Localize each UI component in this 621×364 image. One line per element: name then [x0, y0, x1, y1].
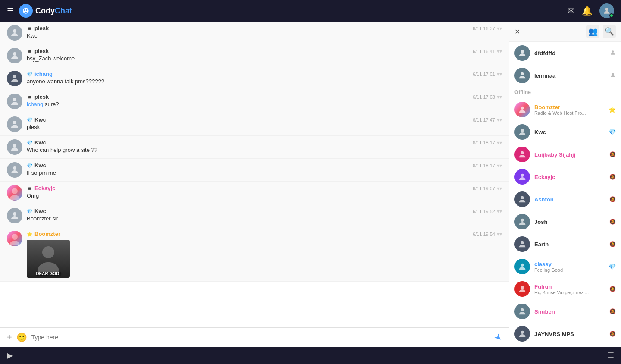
sender-name: ◾plesk: [27, 94, 49, 100]
hamburger-icon[interactable]: ☰: [7, 6, 14, 16]
mail-icon[interactable]: ✉: [568, 6, 575, 16]
users-icon[interactable]: 👥: [586, 25, 599, 38]
sidebar-header: ✕ 👥 🔍: [509, 22, 621, 42]
nav-right: ✉ 🔔: [568, 3, 614, 18]
message-link[interactable]: ichang: [27, 101, 43, 107]
offline-user-item[interactable]: Kwc 💎: [509, 121, 621, 143]
user-avatar-nav[interactable]: [599, 3, 614, 18]
svg-point-27: [521, 286, 524, 289]
svg-point-29: [521, 331, 524, 334]
offline-user-item[interactable]: Snuben 🔕: [509, 300, 621, 323]
message-options-icon[interactable]: ▾▾: [497, 208, 502, 214]
message-options-icon[interactable]: ▾▾: [497, 185, 502, 191]
message-content: ◾Eckayjc 6/11 19:07 ▾▾ Omg: [27, 185, 502, 199]
message-header: 💎Kwc 6/11 19:52 ▾▾: [27, 208, 502, 214]
sender-name: 💎Kwc: [27, 139, 46, 146]
message-text: Omg: [27, 192, 502, 199]
message-row: 💎ichang 6/11 17:01 ▾▾ anyone wanna talk …: [0, 67, 509, 90]
offline-user-item[interactable]: Boomzter Radio & Web Host Pro... ⭐: [509, 98, 621, 121]
user-avatar: [514, 45, 530, 61]
offline-user-item[interactable]: Ashton 🔕: [509, 188, 621, 210]
message-avatar: [7, 208, 22, 223]
messages-list: ◾plesk 6/11 16:37 ▾▾ Kwc ◾plesk 6/11 16:…: [0, 22, 509, 327]
message-row: ◾plesk 6/11 16:41 ▾▾ bsy_Zach welcome: [0, 44, 509, 67]
user-status: Radio & Web Host Pro...: [534, 110, 604, 116]
user-action-icon[interactable]: 🔕: [609, 219, 616, 225]
message-options-icon[interactable]: ▾▾: [497, 71, 502, 77]
user-action-icon[interactable]: 🔕: [609, 196, 616, 202]
play-icon[interactable]: ▶: [7, 351, 13, 360]
message-options-icon[interactable]: ▾▾: [497, 140, 502, 146]
time-label: 6/11 18:17: [473, 140, 495, 145]
user-action-icon[interactable]: 🔕: [609, 241, 616, 247]
time-label: 6/11 16:37: [473, 26, 495, 31]
svg-point-21: [521, 151, 524, 154]
svg-point-26: [521, 264, 524, 267]
user-action-icon[interactable]: 🔕: [609, 174, 616, 180]
message-options-icon[interactable]: ▾▾: [497, 94, 502, 100]
svg-point-0: [23, 8, 28, 13]
user-name: Snuben: [534, 308, 605, 315]
user-action-icon[interactable]: 🔕: [609, 286, 616, 292]
meme-image: DEAR GOD!: [27, 240, 70, 278]
user-info: Kwc: [534, 129, 604, 135]
message-avatar: [7, 25, 22, 41]
user-action-icon[interactable]: [610, 50, 616, 57]
message-input[interactable]: [31, 334, 490, 341]
online-user-item[interactable]: dfdfdffd: [509, 42, 621, 64]
user-action-icon[interactable]: 🔕: [609, 331, 616, 337]
message-header: ◾plesk 6/11 16:37 ▾▾: [27, 25, 502, 31]
offline-section-label: Offline: [509, 87, 621, 98]
user-info: Ashton: [534, 196, 605, 203]
user-action-icon[interactable]: 🔕: [609, 151, 616, 157]
user-info: dfdfdffd: [534, 50, 605, 56]
message-text: Boomzter sir: [27, 215, 502, 222]
user-avatar: [514, 236, 530, 252]
message-options-icon[interactable]: ▾▾: [497, 48, 502, 54]
message-options-icon[interactable]: ▾▾: [497, 231, 502, 237]
send-button[interactable]: ➤: [492, 331, 505, 344]
user-action-icon[interactable]: 💎: [608, 263, 616, 270]
offline-user-item[interactable]: JAYNVRSIMPS 🔕: [509, 323, 621, 345]
svg-point-11: [12, 188, 18, 194]
sidebar-close-icon[interactable]: ✕: [514, 28, 520, 36]
message-content: ◾plesk 6/11 16:41 ▾▾ bsy_Zach welcome: [27, 48, 502, 62]
emoji-icon[interactable]: 🙂: [16, 332, 27, 342]
app-logo-text: CodyChat: [35, 6, 72, 16]
user-info: Eckayjc: [534, 174, 605, 180]
search-icon[interactable]: 🔍: [603, 25, 616, 38]
message-text: Who can help grow a site ??: [27, 147, 502, 153]
svg-point-16: [612, 50, 614, 53]
message-options-icon[interactable]: ▾▾: [497, 25, 502, 31]
offline-user-item[interactable]: Earth 🔕: [509, 233, 621, 255]
main-area: ◾plesk 6/11 16:37 ▾▾ Kwc ◾plesk 6/11 16:…: [0, 22, 621, 347]
message-time: 6/11 19:54 ▾▾: [473, 231, 502, 237]
menu-icon[interactable]: ☰: [607, 351, 614, 360]
meme-label: DEAR GOD!: [36, 271, 60, 276]
bell-icon[interactable]: 🔔: [582, 6, 593, 16]
svg-point-4: [13, 29, 16, 33]
message-options-icon[interactable]: ▾▾: [497, 117, 502, 123]
sender-name: ◾Eckayjc: [27, 185, 55, 191]
message-content: ◾plesk 6/11 17:03 ▾▾ ichang sure?: [27, 94, 502, 107]
offline-user-item[interactable]: Fulrun Hiç Kimse Vazgeçilmez ... 🔕: [509, 278, 621, 300]
online-user-item[interactable]: lennnaa: [509, 64, 621, 87]
add-attachment-icon[interactable]: +: [7, 333, 12, 342]
offline-user-item[interactable]: Luijbaby Sijahjj 🔕: [509, 143, 621, 166]
user-action-icon[interactable]: 🔕: [609, 308, 616, 314]
message-avatar: [7, 162, 22, 178]
chat-area: ◾plesk 6/11 16:37 ▾▾ Kwc ◾plesk 6/11 16:…: [0, 22, 509, 347]
message-header: ◾plesk 6/11 17:03 ▾▾: [27, 94, 502, 100]
user-action-icon[interactable]: ⭐: [608, 106, 616, 113]
message-header: ◾plesk 6/11 16:41 ▾▾: [27, 48, 502, 54]
offline-user-item[interactable]: classy Feeling Good 💎: [509, 255, 621, 278]
offline-user-item[interactable]: Eckayjc 🔕: [509, 166, 621, 188]
user-action-icon[interactable]: 💎: [608, 129, 616, 135]
offline-user-item[interactable]: Josh 🔕: [509, 210, 621, 233]
message-header: 💎Kwc 6/11 18:17 ▾▾: [27, 162, 502, 169]
message-options-icon[interactable]: ▾▾: [497, 163, 502, 169]
time-label: 6/11 17:01: [473, 72, 495, 77]
sidebar-header-icons: 👥 🔍: [586, 25, 616, 38]
user-action-icon[interactable]: [610, 72, 616, 79]
message-header: 💎Kwc 6/11 17:47 ▾▾: [27, 116, 502, 123]
